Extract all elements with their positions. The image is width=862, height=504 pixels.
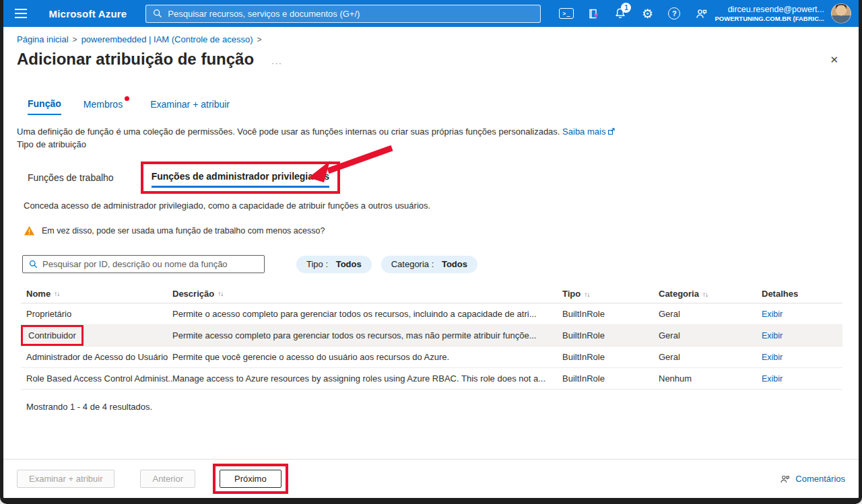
proximo-button[interactable]: Próximo xyxy=(220,470,281,488)
chevron-right-icon: > xyxy=(253,35,265,44)
page-header: Adicionar atribuição de função ··· ✕ xyxy=(17,50,838,69)
col-detalhes: Detalhes xyxy=(762,289,842,299)
feedback-person-icon xyxy=(779,474,791,484)
col-descricao[interactable]: Descrição xyxy=(172,289,214,299)
filter-tipo[interactable]: Tipo : Todos xyxy=(296,256,372,273)
tab-examinar-atribuir[interactable]: Examinar + atribuir xyxy=(150,98,230,115)
col-categoria[interactable]: Categoria xyxy=(659,289,699,299)
exibir-link[interactable]: Exibir xyxy=(762,331,783,340)
table-row-contribuidor[interactable]: Contribuidor Permite acesso completo par… xyxy=(21,325,842,347)
menu-icon[interactable] xyxy=(3,0,38,27)
feedback-icon[interactable] xyxy=(688,0,715,27)
azure-portal-window: Microsoft Azure >_ 1 ⚙ ? xyxy=(0,0,862,504)
brand-title[interactable]: Microsoft Azure xyxy=(49,8,127,20)
cloud-shell-icon[interactable]: >_ xyxy=(553,0,580,27)
avatar[interactable] xyxy=(831,3,851,24)
external-link-icon xyxy=(607,128,615,135)
breadcrumb: Página inicial>powerembedded | IAM (Cont… xyxy=(17,34,859,44)
global-search[interactable] xyxy=(145,5,541,23)
user-tenant: POWERTUNING.COM.BR (FABRIC... xyxy=(715,15,824,23)
table-row-rbac-admin[interactable]: Role Based Access Control Administ... Ma… xyxy=(21,368,842,390)
role-search-input[interactable] xyxy=(42,259,258,269)
table-row-admin-acesso[interactable]: Administrador de Acesso do Usuário Permi… xyxy=(21,347,842,368)
col-tipo[interactable]: Tipo xyxy=(562,289,581,299)
exibir-link[interactable]: Exibir xyxy=(762,374,783,384)
topbar: Microsoft Azure >_ 1 ⚙ ? xyxy=(3,0,859,27)
exibir-link[interactable]: Exibir xyxy=(762,310,783,319)
wizard-tabs: Função Membros Examinar + atribuir xyxy=(28,98,859,115)
chevron-right-icon: > xyxy=(69,35,81,44)
feedback-button[interactable]: Comentários xyxy=(779,474,845,484)
results-summary: Mostrando 1 - 4 de 4 resultados. xyxy=(26,402,859,412)
annotation-box-proximo: Próximo xyxy=(213,464,288,494)
filter-pills: Tipo : Todos Categoria : Todos xyxy=(296,256,477,273)
close-icon[interactable]: ✕ xyxy=(830,54,838,66)
sort-icon: ↑↓ xyxy=(702,291,708,298)
examinar-atribuir-button[interactable]: Examinar + atribuir xyxy=(17,470,114,488)
search-icon xyxy=(153,9,162,18)
tab-funcao[interactable]: Função xyxy=(28,98,61,115)
roles-table: Nome↑↓ Descrição↑↓ Tipo↑↓ Categoria↑↓ De… xyxy=(21,284,842,390)
sort-icon: ↑↓ xyxy=(54,290,59,297)
saiba-mais-link[interactable]: Saiba mais xyxy=(562,127,605,137)
assignment-type-label: Tipo de atribuição xyxy=(17,139,859,149)
directory-filter-icon[interactable] xyxy=(580,0,607,27)
search-icon xyxy=(29,260,38,268)
page-title: Adicionar atribuição de função xyxy=(17,50,254,69)
settings-gear-icon[interactable]: ⚙ xyxy=(634,0,661,27)
annotation-box-contribuidor: Contribuidor xyxy=(21,325,84,346)
annotation-box-privileged-tab: Funções de administrador privilegiadas xyxy=(141,161,341,194)
anterior-button[interactable]: Anterior xyxy=(140,470,195,488)
wizard-footer: Examinar + atribuir Anterior Próximo Com… xyxy=(3,459,859,498)
role-search[interactable] xyxy=(22,255,265,273)
breadcrumb-resource-link[interactable]: powerembedded | IAM (Controle de acesso) xyxy=(81,34,253,44)
filter-categoria[interactable]: Categoria : Todos xyxy=(381,256,477,273)
user-email: dirceu.resende@powert... xyxy=(715,4,824,15)
tab-membros[interactable]: Membros xyxy=(84,98,123,115)
warning-text: Em vez disso, pode ser usada uma função … xyxy=(42,226,325,236)
tab-funcoes-admin-privilegiadas[interactable]: Funções de administrador privilegiadas xyxy=(152,171,330,188)
privileged-description: Conceda acesso de administrador privileg… xyxy=(24,201,842,211)
more-options-icon[interactable]: ··· xyxy=(271,58,282,68)
filter-bar: Tipo : Todos Categoria : Todos xyxy=(22,255,859,273)
tab-funcoes-trabalho[interactable]: Funções de trabalho xyxy=(28,172,114,183)
sort-icon: ↑↓ xyxy=(584,291,589,298)
exibir-link[interactable]: Exibir xyxy=(762,353,783,362)
table-row-proprietario[interactable]: Proprietário Permite o acesso completo p… xyxy=(21,303,842,325)
notifications-bell-icon[interactable]: 1 xyxy=(607,0,634,27)
col-nome[interactable]: Nome xyxy=(26,289,51,299)
required-dot xyxy=(125,96,129,101)
notification-badge: 1 xyxy=(621,3,631,13)
topbar-icons: >_ 1 ⚙ ? xyxy=(553,0,715,27)
breadcrumb-home-link[interactable]: Página inicial xyxy=(17,34,69,44)
warning-banner: Em vez disso, pode ser usada uma função … xyxy=(24,225,859,236)
global-search-input[interactable] xyxy=(168,9,533,19)
intro-text: Uma definição de função é uma coleção de… xyxy=(17,127,842,137)
sort-icon: ↑↓ xyxy=(218,290,223,297)
table-header: Nome↑↓ Descrição↑↓ Tipo↑↓ Categoria↑↓ De… xyxy=(21,284,842,303)
account-menu[interactable]: dirceu.resende@powert... POWERTUNING.COM… xyxy=(715,4,824,24)
help-icon[interactable]: ? xyxy=(661,0,688,27)
role-type-tabs: Funções de trabalho Funções de administr… xyxy=(28,161,859,194)
feedback-label: Comentários xyxy=(795,474,845,484)
warning-icon xyxy=(24,225,35,236)
